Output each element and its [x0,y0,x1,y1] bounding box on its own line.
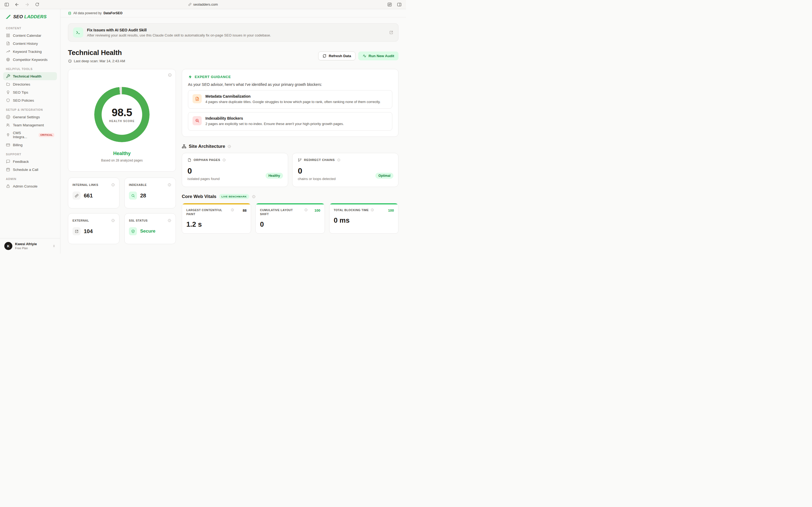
info-icon[interactable] [167,219,171,222]
run-new-audit-button[interactable]: Run New Audit [358,52,399,60]
info-icon[interactable] [227,145,231,148]
banner-description: After reviewing your audit results, use … [87,33,271,37]
browser-sidebar-toggle-icon[interactable] [4,2,10,7]
seo-ladders-logo-icon [5,14,11,19]
sidebar-item-admin-console[interactable]: Admin Console [3,182,57,190]
sidebar-item-keyword-tracking[interactable]: Keyword Tracking [3,48,57,56]
sidebar-item-general-settings[interactable]: General Settings [3,113,57,121]
sidebar-item-seo-tips[interactable]: SEO Tips [3,88,57,96]
clock-icon [68,59,72,63]
info-icon[interactable] [222,158,226,162]
ai-audit-banner[interactable]: Fix Issues with AI SEO Audit Skill After… [68,23,399,42]
calendar-grid-icon [6,33,10,38]
indexable-card: INDEXABLE 28 [124,178,176,209]
sidebar-item-seo-policies[interactable]: SEO Policies [3,96,57,104]
stat-value: Secure [140,229,155,234]
external-link-icon [72,227,81,235]
health-subtitle: Based on 28 analyzed pages [101,159,143,162]
sidebar-item-content-history[interactable]: Content History [3,40,57,48]
last-scan-text: Last deep scan: Mar 14, 2:43 AM [74,59,125,63]
message-icon [6,159,10,164]
info-icon[interactable] [370,208,374,212]
info-icon[interactable] [111,183,115,187]
issue-indexability-blockers: Indexability Blockers 2 pages are explic… [188,112,392,131]
vital-value: 1.2 s [186,220,247,229]
sidebar-item-schedule-call[interactable]: Schedule a Call [3,166,57,174]
lightbulb-icon [6,90,10,95]
vital-label: CUMULATIVE LAYOUT SHIFT [260,208,302,217]
site-architecture-icon [182,144,186,149]
user-info: Kwesi Afriyie Free Plan [15,242,37,250]
info-icon[interactable] [252,195,256,199]
browser-panel-right-icon[interactable] [396,2,402,7]
issue-title: Indexability Blockers [205,116,344,120]
shield-icon [6,98,10,103]
browser-right-controls [387,2,402,7]
banner-text: Fix Issues with AI SEO Audit Skill After… [87,28,271,37]
shield-check-icon [129,227,137,235]
page-header-left: Technical Health Last deep scan: Mar 14,… [68,49,125,63]
url-link-icon [188,3,192,6]
user-name: Kwesi Afriyie [15,242,37,246]
user-plan: Free Plan [15,246,37,250]
sidebar-item-cms-integration[interactable]: CMS Integra... CRITICAL [3,129,57,141]
sidebar-item-competitor-keywords[interactable]: Competitor Keywords [3,56,57,64]
data-provider-link[interactable]: DataForSEO [103,11,122,15]
sidebar-item-directories[interactable]: Directories [3,80,57,88]
sidebar-item-technical-health[interactable]: Technical Health [3,72,57,80]
terminal-icon [73,27,83,38]
app-logo-text: SEO LADDERS [13,14,47,19]
refresh-data-button[interactable]: Refresh Data [318,52,355,60]
database-icon [68,11,71,15]
sidebar-item-content-calendar[interactable]: Content Calendar [3,32,57,40]
arch-label: REDIRECT CHAINS [304,158,335,162]
chevrons-up-down-icon [52,244,56,248]
calendar-icon [6,167,10,172]
stat-value: 104 [84,228,93,234]
browser-reload-icon[interactable] [34,2,40,7]
nav-section-setup: SETUP & INTEGRATION [3,104,57,113]
external-link-icon[interactable] [389,30,393,35]
info-icon[interactable] [168,73,172,77]
browser-forward-icon[interactable] [24,2,30,7]
refresh-icon [322,54,326,58]
donut-center: 98.5 HEALTH SCORE [94,87,150,142]
credit-card-icon [6,143,10,147]
issue-text: Indexability Blockers 2 pages are explic… [205,116,344,127]
info-icon[interactable] [337,158,341,162]
tbt-card: TOTAL BLOCKING TIME 100 0 ms [329,203,399,234]
info-icon[interactable] [231,208,234,212]
lock-icon [6,184,10,188]
health-column: 98.5 HEALTH SCORE Healthy Based on 28 an… [68,69,176,244]
powered-by-text: All data powered by [73,11,101,15]
app-logo[interactable]: SEO LADDERS [0,9,60,22]
page-header: Technical Health Last deep scan: Mar 14,… [68,49,399,63]
guidance-title: EXPERT GUIDANCE [195,75,231,79]
address-bar[interactable]: seoladders.com [188,0,218,9]
activity-icon [362,54,366,58]
vital-score: 100 [314,209,320,213]
data-provider-bar: All data powered by DataForSEO [60,9,406,17]
sidebar-item-billing[interactable]: Billing [3,141,57,149]
sidebar-item-label: Content Calendar [13,34,41,38]
page-content: Fix Issues with AI SEO Audit Skill After… [60,17,406,253]
sidebar-item-feedback[interactable]: Feedback [3,158,57,166]
sidebar-item-label: Schedule a Call [13,168,38,172]
stat-label: EXTERNAL [72,219,89,222]
user-menu[interactable]: K Kwesi Afriyie Free Plan [0,238,60,253]
sidebar: SEO LADDERS CONTENT Content Calendar Con… [0,9,60,253]
info-icon[interactable] [111,219,115,222]
info-icon[interactable] [304,208,308,212]
browser-settings-icon[interactable] [387,2,393,7]
sidebar-item-team-management[interactable]: Team Management [3,121,57,129]
status-badge: Optimal [375,173,393,179]
file-text-icon [193,94,202,103]
users-icon [6,123,10,127]
info-icon[interactable] [167,183,171,187]
ssl-status-card: SSL STATUS Secure [124,213,176,244]
stat-value: 661 [84,192,93,199]
browser-back-icon[interactable] [14,2,20,7]
issue-title: Metadata Cannibalization [205,94,380,99]
issue-description: 2 pages are explicitly set to no-index. … [205,121,344,127]
status-badge: Healthy [265,173,283,179]
